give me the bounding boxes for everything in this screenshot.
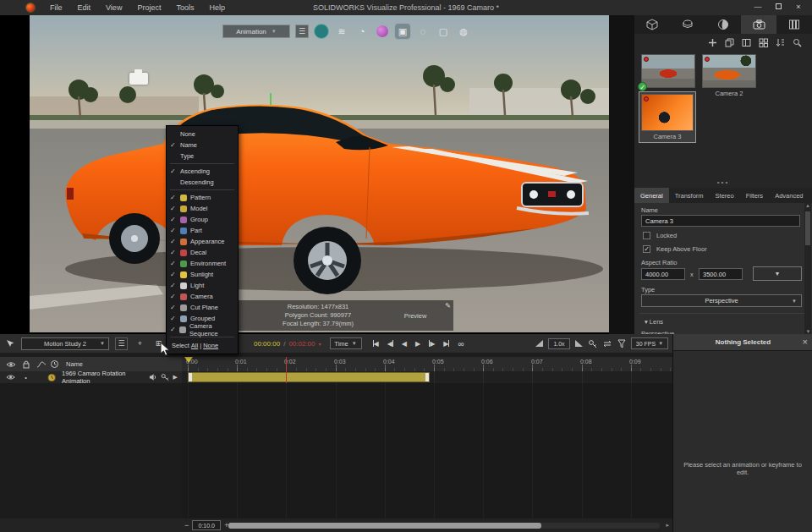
viewport-3d[interactable]: Animation▼ ☰ ≋ ◔ ▣ ◌ ▢ ◍ per second: 100… <box>30 15 609 332</box>
model-icon[interactable]: ▢ <box>436 24 451 39</box>
timeline-hscroll-thumb[interactable] <box>228 523 541 529</box>
scroll-right-arrow[interactable]: ▸ <box>666 522 669 529</box>
window-minimize-button[interactable]: — <box>749 2 766 14</box>
menu-item-filter-camera[interactable]: ✓Camera <box>167 291 238 302</box>
animation-clip-bar[interactable] <box>188 372 430 382</box>
close-icon[interactable]: × <box>803 337 808 347</box>
next-frame-button[interactable]: ▶ <box>426 340 437 348</box>
camera3-item-selected[interactable]: Camera 3 <box>639 91 696 143</box>
render-mode-icon[interactable] <box>314 24 329 39</box>
tab-scenes[interactable] <box>776 15 812 34</box>
keep-above-floor-checkbox[interactable]: ✓ <box>643 245 650 253</box>
loop-playback-icon[interactable]: ∞ <box>455 339 464 348</box>
tab-transform[interactable]: Transform <box>669 188 710 203</box>
camera2-thumbnail[interactable] <box>702 54 756 88</box>
track-audio-icon[interactable] <box>149 373 157 381</box>
menu-project[interactable]: Project <box>129 3 168 12</box>
search-icon[interactable] <box>793 38 802 47</box>
tab-general[interactable]: General <box>634 188 669 203</box>
camera-name-input[interactable]: Camera 3 <box>641 215 800 227</box>
aspect-preset-dropdown[interactable]: ▼ <box>753 266 802 281</box>
tab-models[interactable] <box>634 15 670 34</box>
menu-item-name[interactable]: ✓ Name <box>167 140 238 151</box>
aspect-width-input[interactable]: 4000.00 <box>641 268 685 280</box>
menu-item-filter-sunlight[interactable]: ✓Sunlight <box>167 269 238 280</box>
tab-appearances[interactable] <box>670 15 705 34</box>
track-visibility-icon[interactable] <box>6 373 15 381</box>
menu-item-ascending[interactable]: ✓ Ascending <box>167 166 238 177</box>
menu-edit[interactable]: Edit <box>70 3 99 12</box>
window-maximize-button[interactable] <box>770 2 787 14</box>
ease-out-icon[interactable] <box>575 340 583 347</box>
menu-view[interactable]: View <box>98 3 129 12</box>
time-mode-dropdown[interactable]: Time▼ <box>330 337 362 349</box>
tab-cameras[interactable] <box>741 15 776 34</box>
previous-frame-button[interactable]: ◀ <box>385 340 396 348</box>
select-all-link[interactable]: All <box>191 342 198 349</box>
aspect-height-input[interactable]: 3500.00 <box>699 268 743 280</box>
menu-item-filter-appearance[interactable]: ✓Appearance <box>167 236 238 247</box>
lens-section-header[interactable]: ▾ Lens <box>645 318 663 326</box>
playback-speed-box[interactable]: 1.0x <box>548 338 570 349</box>
properties-scrollbar[interactable]: ▲▼ <box>804 203 811 334</box>
camera-type-select[interactable]: Perspective▼ <box>641 294 802 307</box>
window-close-button[interactable]: × <box>790 2 807 14</box>
turntable-icon[interactable]: ◌ <box>415 24 431 39</box>
menu-item-filter-cut-plane[interactable]: ✓Cut Plane <box>167 302 238 313</box>
duplicate-icon[interactable] <box>725 38 734 47</box>
menu-item-filter-group[interactable]: ✓Group <box>167 214 238 225</box>
tab-filters[interactable]: Filters <box>740 188 769 203</box>
track-key-icon[interactable] <box>161 373 169 381</box>
track-play-icon[interactable]: ▶ <box>173 374 178 381</box>
thumbnail-view-icon[interactable] <box>759 38 768 47</box>
go-to-start-button[interactable]: ◀ <box>370 340 381 348</box>
render-time-marker[interactable] <box>286 357 287 383</box>
play-reverse-button[interactable]: ◀ <box>399 340 409 348</box>
menu-tools[interactable]: Tools <box>168 3 201 12</box>
menu-item-filter-decal[interactable]: ✓Decal <box>167 247 238 258</box>
pin-icon[interactable]: ✎ <box>445 302 451 310</box>
fps-dropdown[interactable]: 30 FPS▼ <box>631 337 668 349</box>
zoom-out-button[interactable]: − <box>184 521 189 529</box>
animation-mode-dropdown[interactable]: Animation▼ <box>222 25 290 38</box>
camera2-item[interactable]: Camera 2 <box>702 54 756 97</box>
motion-study-dropdown[interactable]: Motion Study 2▼ <box>21 337 109 350</box>
select-tool-icon[interactable] <box>5 338 15 348</box>
menu-file[interactable]: File <box>42 3 70 12</box>
add-keyframe-icon[interactable]: + <box>134 337 146 350</box>
menu-item-filter-part[interactable]: ✓Part <box>167 225 238 236</box>
filter-icon[interactable] <box>617 339 626 348</box>
timeline-ruler[interactable]: 0:00 0:01 0:02 0:03 0:04 0:05 0:06 0:07 … <box>182 357 672 371</box>
menu-item-filter-light[interactable]: ✓Light <box>167 280 238 291</box>
zoom-range-value[interactable]: 0:10.0 <box>192 520 221 530</box>
go-to-end-button[interactable]: ▶ <box>441 340 452 348</box>
menu-item-filter-pattern[interactable]: ✓Pattern <box>167 192 238 203</box>
sort-icon[interactable] <box>776 38 785 47</box>
playhead-marker[interactable] <box>184 357 193 363</box>
ease-in-icon[interactable] <box>535 340 543 347</box>
viewport-menu-icon[interactable]: ☰ <box>295 25 309 38</box>
tab-advanced[interactable]: Advanced <box>769 188 809 203</box>
menu-item-type[interactable]: Type <box>167 151 238 162</box>
add-camera-icon[interactable] <box>708 38 717 47</box>
locked-checkbox[interactable] <box>643 232 650 239</box>
menu-item-descending[interactable]: Descending <box>167 177 238 188</box>
tuning-icon[interactable]: ≋ <box>334 24 349 39</box>
menu-item-filter-environment[interactable]: ✓Environment <box>167 258 238 269</box>
appearance-icon[interactable]: ◔ <box>354 24 370 39</box>
tab-environments[interactable] <box>705 15 741 34</box>
loop-range-icon[interactable] <box>602 339 612 348</box>
menu-item-none[interactable]: None <box>167 129 238 140</box>
menu-item-filter-model[interactable]: ✓Model <box>167 203 238 214</box>
decal-tool-icon[interactable] <box>375 24 390 39</box>
play-button[interactable]: ▶ <box>413 340 423 348</box>
camera1-thumbnail[interactable]: ✓ <box>641 54 695 88</box>
tab-stereo[interactable]: Stereo <box>710 188 740 203</box>
panel-resize-handle[interactable]: ••• <box>634 178 812 186</box>
camera-tool-icon[interactable]: ▣ <box>395 24 410 39</box>
menu-item-filter-camera-sequence[interactable]: ✓Camera Sequence <box>167 324 238 335</box>
camera3-thumbnail[interactable] <box>641 94 694 131</box>
timeline-grid-area[interactable] <box>182 383 672 518</box>
autokey-icon[interactable] <box>588 339 597 348</box>
select-none-link[interactable]: None <box>203 342 218 349</box>
